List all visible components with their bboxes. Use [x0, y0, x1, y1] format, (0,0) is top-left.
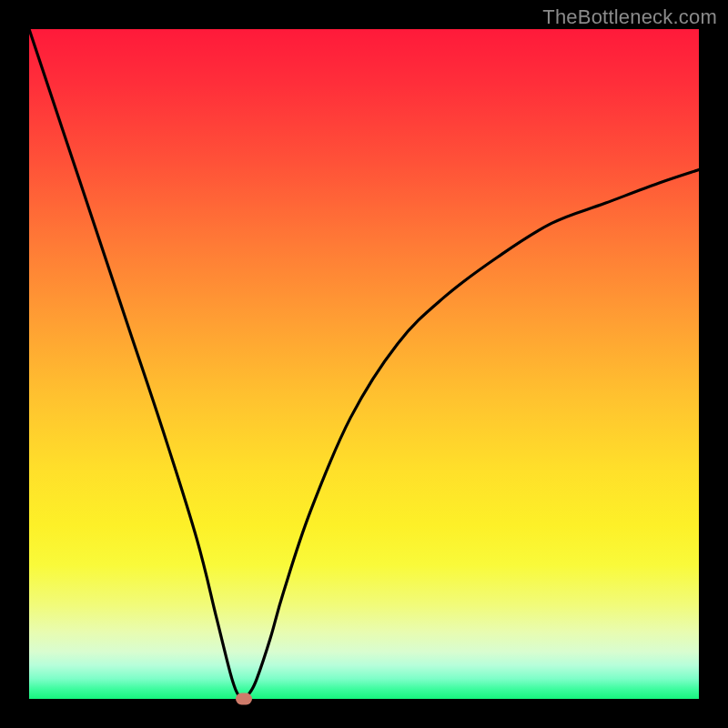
- plot-area: [29, 29, 699, 699]
- optimum-marker: [236, 693, 252, 705]
- bottleneck-curve-path: [29, 29, 699, 699]
- chart-frame: TheBottleneck.com: [0, 0, 728, 728]
- watermark-text: TheBottleneck.com: [542, 5, 717, 29]
- curve-svg: [29, 29, 699, 699]
